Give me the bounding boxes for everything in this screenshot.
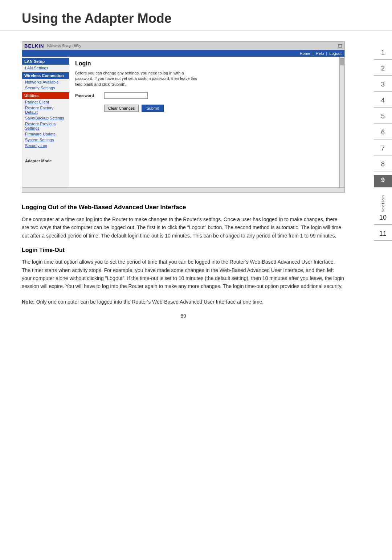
panel-description: Before you can change any settings, you … <box>75 70 199 87</box>
section-num-7[interactable]: 7 <box>374 143 392 155</box>
section-num-10[interactable]: 10 <box>374 212 392 225</box>
section-nav: 1 2 3 4 5 6 7 8 9 section 10 11 <box>374 0 392 560</box>
panel-title: Login <box>75 60 334 67</box>
sidebar-item-networks-available[interactable]: Networks Available <box>22 79 69 85</box>
browser-body: LAN Setup LAN Settings Wireless Connecti… <box>22 57 344 187</box>
sidebar-item-restore-previous[interactable]: Restore Previous Settings <box>22 121 69 131</box>
sidebar-item-lan-settings[interactable]: LAN Settings <box>22 65 69 71</box>
note-text: Only one computer can be logged into the… <box>36 299 264 305</box>
sidebar-item-restore-factory[interactable]: Restore Factory Default <box>22 105 69 115</box>
nav-home-link[interactable]: Home <box>300 51 310 56</box>
section-num-5[interactable]: 5 <box>374 111 392 123</box>
note-paragraph: Note: Only one computer can be logged in… <box>22 298 345 306</box>
timeout-section-heading: Login Time-Out <box>22 247 345 253</box>
nav-logout-link[interactable]: Logout <box>329 51 342 56</box>
page-number: 69 <box>22 313 345 319</box>
sidebar-item-parinet-client[interactable]: Parinet Client <box>22 99 69 105</box>
section-num-2[interactable]: 2 <box>374 63 392 76</box>
sidebar-item-system-settings[interactable]: System Settings <box>22 137 69 143</box>
logout-section-heading: Logging Out of the Web-Based Advanced Us… <box>22 204 345 211</box>
note-label: Note: <box>22 299 35 305</box>
password-form-row: Password <box>75 92 334 99</box>
timeout-body-text: The login time-out option allows you to … <box>22 259 344 289</box>
login-panel: Login Before you can change any settings… <box>69 57 339 187</box>
belkin-logo: BELKIN <box>24 43 44 49</box>
section-num-1[interactable]: 1 <box>374 47 392 60</box>
clear-changes-button[interactable]: Clear Changes <box>104 105 139 112</box>
nav-sep1: | <box>313 51 314 56</box>
timeout-section-body: The login time-out option allows you to … <box>22 258 345 291</box>
logout-section: Logging Out of the Web-Based Advanced Us… <box>22 204 345 240</box>
page-title-area: Using the Adapter Mode <box>0 0 392 31</box>
section-num-8[interactable]: 8 <box>374 159 392 171</box>
password-label: Password <box>75 93 101 98</box>
scrollbar-thumb[interactable] <box>340 58 344 65</box>
browser-corner-icon: ⊡ <box>338 43 342 49</box>
sidebar-item-security-settings[interactable]: Security Settings <box>22 85 69 91</box>
main-content: BELKIN Wireless Setup Utility ⊡ Home | H… <box>0 38 374 333</box>
sidebar-header-utilities: Utilities <box>22 92 69 99</box>
button-row: Clear Changes Submit <box>75 105 334 112</box>
submit-button[interactable]: Submit <box>142 105 163 112</box>
sidebar: LAN Setup LAN Settings Wireless Connecti… <box>22 57 69 187</box>
section-num-11[interactable]: 11 <box>374 228 392 241</box>
browser-titlebar: BELKIN Wireless Setup Utility ⊡ <box>22 42 344 50</box>
nav-sep2: | <box>326 51 327 56</box>
logout-section-body: One computer at a time can log into the … <box>22 215 345 240</box>
password-input[interactable] <box>104 92 148 99</box>
belkin-tagline: Wireless Setup Utility <box>47 44 81 48</box>
section-num-4[interactable]: 4 <box>374 95 392 107</box>
section-label: section <box>381 195 385 212</box>
sidebar-item-save-backup[interactable]: Save/Backup Settings <box>22 115 69 121</box>
section-num-6[interactable]: 6 <box>374 127 392 139</box>
browser-nav-bar: Home | Help | Logout <box>22 50 344 57</box>
browser-logo-area: BELKIN Wireless Setup Utility <box>24 43 81 49</box>
sidebar-item-security-log[interactable]: Security Log <box>22 143 69 149</box>
timeout-section: Login Time-Out The login time-out option… <box>22 247 345 306</box>
sidebar-header-wireless: Wireless Connection <box>22 72 69 79</box>
sidebar-header-lan: LAN Setup <box>22 58 69 65</box>
nav-help-link[interactable]: Help <box>316 51 324 56</box>
browser-box: BELKIN Wireless Setup Utility ⊡ Home | H… <box>22 41 345 193</box>
section-num-3[interactable]: 3 <box>374 79 392 92</box>
section-num-9[interactable]: 9 <box>374 175 392 187</box>
scrollbar-right[interactable] <box>339 57 344 187</box>
sidebar-adapter-mode: Adapter Mode <box>22 156 69 165</box>
page-title: Using the Adapter Mode <box>22 11 370 26</box>
scrollbar-bottom[interactable] <box>22 187 344 192</box>
sidebar-item-firmware-update[interactable]: Firmware Update <box>22 131 69 137</box>
